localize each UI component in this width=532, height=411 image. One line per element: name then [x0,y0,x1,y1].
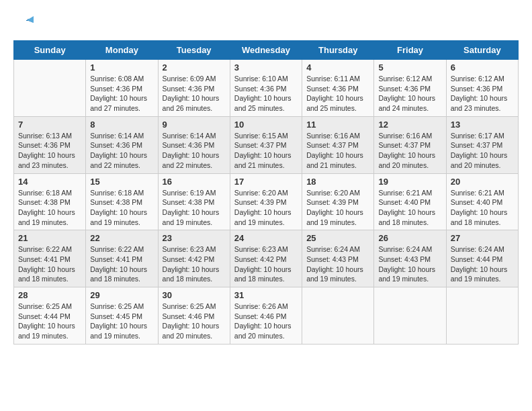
day-number: 5 [378,62,441,73]
calendar-cell: 31Sunrise: 6:26 AMSunset: 4:46 PMDayligh… [230,287,302,345]
day-info: Sunrise: 6:24 AMSunset: 4:43 PMDaylight:… [378,244,441,284]
calendar-cell: 4Sunrise: 6:11 AMSunset: 4:36 PMDaylight… [302,60,374,117]
calendar-cell: 20Sunrise: 6:21 AMSunset: 4:40 PMDayligh… [446,173,518,230]
day-number: 28 [18,290,81,300]
day-info: Sunrise: 6:24 AMSunset: 4:44 PMDaylight:… [451,244,514,284]
day-info: Sunrise: 6:16 AMSunset: 4:37 PMDaylight:… [378,131,441,171]
calendar-cell: 24Sunrise: 6:23 AMSunset: 4:42 PMDayligh… [230,230,302,287]
calendar-cell: 9Sunrise: 6:14 AMSunset: 4:36 PMDaylight… [158,116,230,173]
day-info: Sunrise: 6:18 AMSunset: 4:38 PMDaylight:… [18,188,81,228]
calendar-cell [374,287,446,345]
calendar-table: SundayMondayTuesdayWednesdayThursdayFrid… [13,40,519,345]
day-number: 30 [163,290,226,300]
day-info: Sunrise: 6:21 AMSunset: 4:40 PMDaylight:… [378,188,441,228]
day-header-friday: Friday [374,41,446,60]
calendar-cell: 5Sunrise: 6:12 AMSunset: 4:36 PMDaylight… [374,60,446,117]
day-number: 10 [234,120,298,130]
day-number: 25 [306,233,369,243]
calendar-cell: 21Sunrise: 6:22 AMSunset: 4:41 PMDayligh… [14,230,86,287]
calendar-cell: 11Sunrise: 6:16 AMSunset: 4:37 PMDayligh… [302,116,374,173]
day-info: Sunrise: 6:12 AMSunset: 4:36 PMDaylight:… [378,74,441,113]
calendar-cell: 16Sunrise: 6:19 AMSunset: 4:38 PMDayligh… [158,173,230,230]
calendar-week-row: 1Sunrise: 6:08 AMSunset: 4:36 PMDaylight… [14,60,519,117]
day-info: Sunrise: 6:10 AMSunset: 4:36 PMDaylight:… [234,74,298,113]
calendar-cell: 14Sunrise: 6:18 AMSunset: 4:38 PMDayligh… [14,173,86,230]
day-number: 21 [18,233,81,243]
calendar-body: 1Sunrise: 6:08 AMSunset: 4:36 PMDaylight… [14,60,519,345]
day-number: 13 [451,120,514,130]
day-info: Sunrise: 6:13 AMSunset: 4:36 PMDaylight:… [18,131,81,171]
calendar-cell [302,287,374,345]
day-info: Sunrise: 6:09 AMSunset: 4:36 PMDaylight:… [163,74,226,113]
day-number: 20 [451,177,514,187]
calendar-cell: 18Sunrise: 6:20 AMSunset: 4:39 PMDayligh… [302,173,374,230]
day-number: 19 [378,177,441,187]
calendar-cell [446,287,518,345]
day-info: Sunrise: 6:15 AMSunset: 4:37 PMDaylight:… [234,131,298,171]
day-info: Sunrise: 6:25 AMSunset: 4:46 PMDaylight:… [163,302,226,341]
calendar-cell: 1Sunrise: 6:08 AMSunset: 4:36 PMDaylight… [86,60,158,117]
day-number: 26 [378,233,441,243]
calendar-cell: 2Sunrise: 6:09 AMSunset: 4:36 PMDaylight… [158,60,230,117]
calendar-cell: 13Sunrise: 6:17 AMSunset: 4:37 PMDayligh… [446,116,518,173]
day-number: 1 [90,62,153,73]
day-number: 12 [378,120,441,130]
calendar-week-row: 14Sunrise: 6:18 AMSunset: 4:38 PMDayligh… [14,173,519,230]
day-info: Sunrise: 6:22 AMSunset: 4:41 PMDaylight:… [18,244,81,284]
day-info: Sunrise: 6:12 AMSunset: 4:36 PMDaylight:… [451,74,514,113]
calendar-cell: 6Sunrise: 6:12 AMSunset: 4:36 PMDaylight… [446,60,518,117]
day-number: 3 [234,62,298,73]
page-header [13,13,519,34]
calendar-cell: 19Sunrise: 6:21 AMSunset: 4:40 PMDayligh… [374,173,446,230]
day-info: Sunrise: 6:20 AMSunset: 4:39 PMDaylight:… [306,188,369,228]
day-number: 15 [90,177,153,187]
day-info: Sunrise: 6:20 AMSunset: 4:39 PMDaylight:… [234,188,298,228]
calendar-cell: 17Sunrise: 6:20 AMSunset: 4:39 PMDayligh… [230,173,302,230]
day-info: Sunrise: 6:08 AMSunset: 4:36 PMDaylight:… [90,74,153,113]
day-info: Sunrise: 6:26 AMSunset: 4:46 PMDaylight:… [234,302,298,341]
day-header-saturday: Saturday [446,41,518,60]
day-info: Sunrise: 6:11 AMSunset: 4:36 PMDaylight:… [306,74,369,113]
calendar-cell: 26Sunrise: 6:24 AMSunset: 4:43 PMDayligh… [374,230,446,287]
day-number: 14 [18,177,81,187]
day-info: Sunrise: 6:25 AMSunset: 4:44 PMDaylight:… [18,302,81,341]
calendar-week-row: 21Sunrise: 6:22 AMSunset: 4:41 PMDayligh… [14,230,519,287]
day-number: 6 [451,62,514,73]
logo [13,13,35,34]
logo-bird-icon [15,13,35,34]
calendar-header-row: SundayMondayTuesdayWednesdayThursdayFrid… [14,41,519,60]
day-header-tuesday: Tuesday [158,41,230,60]
day-number: 8 [90,120,153,130]
calendar-cell: 27Sunrise: 6:24 AMSunset: 4:44 PMDayligh… [446,230,518,287]
day-info: Sunrise: 6:24 AMSunset: 4:43 PMDaylight:… [306,244,369,284]
day-info: Sunrise: 6:19 AMSunset: 4:38 PMDaylight:… [163,188,226,228]
day-header-sunday: Sunday [14,41,86,60]
day-number: 16 [163,177,226,187]
day-number: 22 [90,233,153,243]
day-number: 18 [306,177,369,187]
calendar-cell: 8Sunrise: 6:14 AMSunset: 4:36 PMDaylight… [86,116,158,173]
day-info: Sunrise: 6:22 AMSunset: 4:41 PMDaylight:… [90,244,153,284]
day-info: Sunrise: 6:21 AMSunset: 4:40 PMDaylight:… [451,188,514,228]
day-info: Sunrise: 6:23 AMSunset: 4:42 PMDaylight:… [234,244,298,284]
calendar-cell: 23Sunrise: 6:23 AMSunset: 4:42 PMDayligh… [158,230,230,287]
calendar-cell: 7Sunrise: 6:13 AMSunset: 4:36 PMDaylight… [14,116,86,173]
day-number: 31 [234,290,298,300]
day-header-wednesday: Wednesday [230,41,302,60]
day-info: Sunrise: 6:14 AMSunset: 4:36 PMDaylight:… [90,131,153,171]
calendar-cell: 28Sunrise: 6:25 AMSunset: 4:44 PMDayligh… [14,287,86,345]
calendar-cell: 3Sunrise: 6:10 AMSunset: 4:36 PMDaylight… [230,60,302,117]
day-info: Sunrise: 6:16 AMSunset: 4:37 PMDaylight:… [306,131,369,171]
calendar-week-row: 7Sunrise: 6:13 AMSunset: 4:36 PMDaylight… [14,116,519,173]
day-number: 9 [163,120,226,130]
day-info: Sunrise: 6:18 AMSunset: 4:38 PMDaylight:… [90,188,153,228]
calendar-cell: 22Sunrise: 6:22 AMSunset: 4:41 PMDayligh… [86,230,158,287]
day-number: 7 [18,120,81,130]
day-number: 29 [90,290,153,300]
calendar-cell: 29Sunrise: 6:25 AMSunset: 4:45 PMDayligh… [86,287,158,345]
day-header-monday: Monday [86,41,158,60]
day-number: 4 [306,62,369,73]
calendar-cell: 10Sunrise: 6:15 AMSunset: 4:37 PMDayligh… [230,116,302,173]
calendar-cell [14,60,86,117]
day-number: 23 [163,233,226,243]
